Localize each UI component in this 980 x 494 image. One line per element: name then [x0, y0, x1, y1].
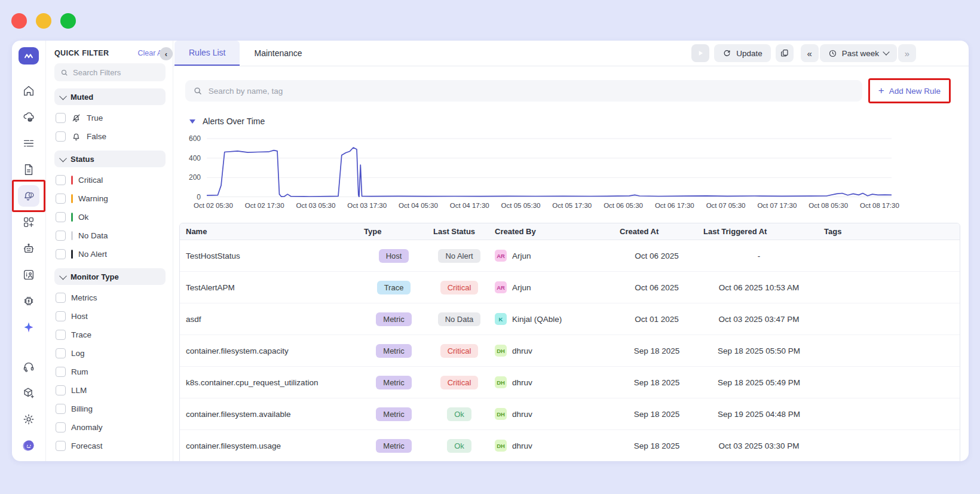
time-range-button[interactable]: Past week	[820, 44, 897, 62]
sidebar-item-support-headset[interactable]	[18, 356, 39, 378]
sidebar-item-processes[interactable]	[18, 290, 39, 312]
filter-option-true[interactable]: True	[54, 109, 166, 127]
checkbox[interactable]	[56, 330, 66, 340]
column-header-last-triggered-at[interactable]: Last Triggered At	[699, 227, 819, 236]
sidebar-item-rum[interactable]	[18, 264, 39, 286]
checkbox[interactable]	[56, 293, 66, 303]
minimize-window-button[interactable]	[36, 13, 51, 29]
support-headset-icon	[22, 360, 35, 373]
created-by-cell: DHdhruv	[490, 440, 615, 452]
checkbox[interactable]	[56, 422, 66, 432]
type-badge: Trace	[377, 281, 411, 294]
sidebar-item-ai-sparkle[interactable]	[18, 317, 39, 338]
collapse-filter-button[interactable]: ‹	[160, 47, 173, 60]
tab-rules-list[interactable]: Rules List	[174, 41, 240, 66]
checkbox[interactable]	[56, 212, 66, 222]
filter-option-warning[interactable]: Warning	[54, 189, 166, 208]
avatar: DH	[495, 376, 507, 388]
table-row[interactable]: TestAlertAPMTraceCriticalARArjunOct 06 2…	[180, 272, 960, 303]
column-header-name[interactable]: Name	[180, 227, 359, 236]
column-header-tags[interactable]: Tags	[819, 227, 960, 236]
play-button[interactable]	[691, 44, 709, 62]
filter-option-log[interactable]: Log	[54, 344, 166, 363]
x-tick-label: Oct 05 17:30	[552, 202, 592, 209]
checkbox[interactable]	[56, 311, 66, 321]
filter-option-billing[interactable]: Billing	[54, 400, 166, 418]
update-button[interactable]: Update	[714, 44, 771, 62]
filter-option-no-alert[interactable]: No Alert	[54, 245, 166, 263]
filter-option-forecast[interactable]: Forecast	[54, 437, 166, 455]
main-area: Rules List Maintenance Update « Pas	[173, 41, 969, 461]
filter-search-box[interactable]	[54, 63, 166, 81]
sidebar-item-alerts[interactable]	[18, 185, 39, 207]
checkbox[interactable]	[56, 194, 66, 204]
filter-option-label: No Data	[78, 231, 108, 240]
filter-option-trace[interactable]: Trace	[54, 326, 166, 344]
table-row[interactable]: asdfMetricNo DataKKinjal (QAble)Oct 01 2…	[180, 303, 960, 335]
checkbox[interactable]	[56, 249, 66, 259]
filter-option-no-data[interactable]: No Data	[54, 226, 166, 245]
quick-filter-panel: QUICK FILTER Clear All MutedTrueFalseSta…	[46, 41, 173, 461]
search-icon	[60, 68, 68, 77]
filter-search-input[interactable]	[73, 68, 160, 77]
maximize-window-button[interactable]	[60, 13, 76, 29]
filter-section-monitor-type[interactable]: Monitor Type	[54, 268, 166, 285]
sidebar-item-profile-avatar[interactable]	[18, 435, 39, 456]
x-tick-label: Oct 04 05:30	[399, 202, 438, 209]
checkbox[interactable]	[56, 385, 66, 395]
table-row[interactable]: container.filesystem.capacityMetricCriti…	[180, 335, 960, 367]
app-logo[interactable]	[19, 47, 39, 65]
column-header-last-status[interactable]: Last Status	[428, 227, 490, 236]
checkbox[interactable]	[56, 367, 66, 377]
checkbox[interactable]	[56, 113, 66, 123]
checkbox[interactable]	[56, 131, 66, 142]
rules-search-box[interactable]	[185, 80, 862, 102]
filter-section-status[interactable]: Status	[54, 151, 166, 167]
sidebar-item-home[interactable]	[18, 80, 39, 102]
column-header-created-at[interactable]: Created At	[615, 227, 699, 236]
filter-section-label: Muted	[71, 93, 93, 102]
table-row[interactable]: k8s.container.cpu_request_utilizationMet…	[180, 367, 960, 398]
checkbox[interactable]	[56, 348, 66, 358]
time-range-forward-button[interactable]: »	[898, 44, 916, 62]
rules-search-input[interactable]	[209, 87, 855, 96]
filter-option-llm[interactable]: LLM	[54, 381, 166, 400]
table-header-row: NameTypeLast StatusCreated ByCreated AtL…	[180, 223, 960, 240]
checkbox[interactable]	[56, 175, 66, 185]
filter-option-host[interactable]: Host	[54, 307, 166, 326]
time-range-back-button[interactable]: «	[801, 44, 819, 62]
filter-option-metrics[interactable]: Metrics	[54, 289, 166, 307]
sidebar-item-integrations[interactable]	[18, 382, 39, 404]
filter-option-anomaly[interactable]: Anomaly	[54, 418, 166, 437]
table-row[interactable]: container.filesystem.availableMetricOkDH…	[180, 398, 960, 430]
copy-button[interactable]	[776, 44, 794, 62]
checkbox[interactable]	[56, 404, 66, 414]
table-row[interactable]: container.filesystem.usageMetricOkDHdhru…	[180, 430, 960, 461]
sidebar-item-apm[interactable]	[18, 133, 39, 154]
collapse-chart-icon[interactable]	[189, 119, 195, 124]
time-range-group: « Past week »	[801, 44, 916, 62]
created-by-cell: DHdhruv	[490, 376, 615, 388]
filter-option-false[interactable]: False	[54, 127, 166, 146]
sidebar-item-dashboards[interactable]	[18, 211, 39, 233]
rules-table: NameTypeLast StatusCreated ByCreated AtL…	[179, 223, 960, 461]
add-new-rule-button[interactable]: + Add New Rule	[870, 80, 949, 102]
tab-maintenance[interactable]: Maintenance	[240, 41, 316, 66]
sidebar-item-logs[interactable]	[18, 159, 39, 180]
filter-option-label: Billing	[71, 404, 93, 413]
filter-option-critical[interactable]: Critical	[54, 171, 166, 189]
status-color-bar	[71, 250, 73, 259]
column-header-type[interactable]: Type	[359, 227, 428, 236]
settings-icon	[22, 413, 35, 426]
filter-section-muted[interactable]: Muted	[54, 88, 166, 105]
column-header-created-by[interactable]: Created By	[490, 227, 615, 236]
checkbox[interactable]	[56, 231, 66, 241]
sidebar-item-settings[interactable]	[18, 409, 39, 430]
sidebar-item-infrastructure[interactable]	[18, 106, 39, 128]
close-window-button[interactable]	[11, 13, 27, 29]
checkbox[interactable]	[56, 441, 66, 451]
table-row[interactable]: TestHostStatusHostNo AlertARArjunOct 06 …	[180, 240, 960, 272]
filter-option-rum[interactable]: Rum	[54, 363, 166, 381]
sidebar-item-assistant-bot[interactable]	[18, 238, 39, 259]
filter-option-ok[interactable]: Ok	[54, 208, 166, 226]
